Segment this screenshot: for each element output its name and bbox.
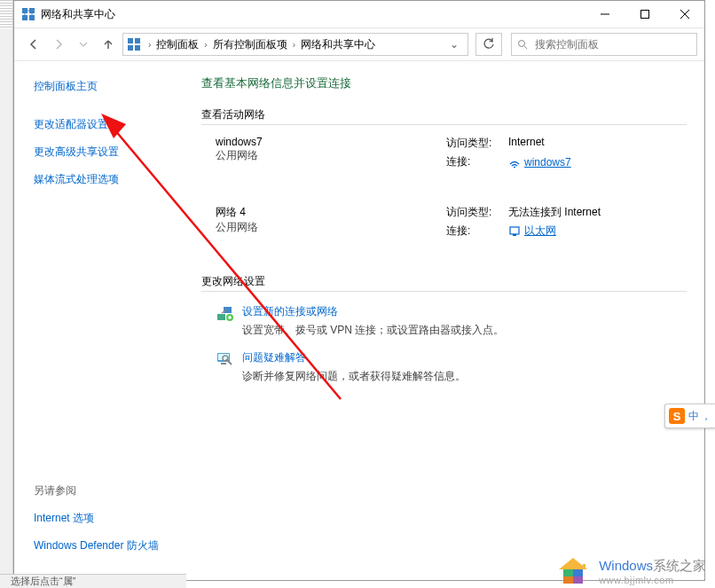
main-content: 查看基本网络信息并设置连接 查看活动网络 windows7 公用网络 访问类型:… bbox=[187, 61, 704, 582]
access-type-label: 访问类型: bbox=[446, 205, 508, 220]
sidebar-see-also: 另请参阅 Internet 选项 Windows Defender 防火墙 bbox=[34, 483, 159, 566]
chevron-right-icon: › bbox=[289, 40, 299, 50]
network-name: 网络 4 bbox=[216, 205, 446, 220]
connection-link[interactable]: 以太网 bbox=[508, 223, 556, 239]
breadcrumb-segment[interactable]: 网络和共享中心 bbox=[299, 37, 377, 52]
network-center-icon bbox=[21, 7, 35, 21]
svg-point-15 bbox=[519, 41, 525, 47]
control-panel-window: 网络和共享中心 › 控制面板 › 所有控制面板项 › 网络和共享中心 ⌄ bbox=[13, 0, 705, 581]
svg-rect-12 bbox=[135, 38, 140, 43]
sidebar: 控制面板主页 更改适配器设置 更改高级共享设置 媒体流式处理选项 另请参阅 In… bbox=[14, 61, 187, 582]
access-type-label: 访问类型: bbox=[446, 136, 508, 151]
watermark: Windows系统之家 www.bjjmlv.com bbox=[556, 556, 706, 586]
network-info-right: 访问类型: Internet 连接: windows7 bbox=[446, 136, 571, 173]
access-type-value: 无法连接到 Internet bbox=[508, 205, 601, 220]
ime-mode-text: 中 bbox=[688, 409, 699, 424]
network-name: windows7 bbox=[216, 136, 446, 148]
page-title: 查看基本网络信息并设置连接 bbox=[201, 75, 687, 91]
see-also-internet-options[interactable]: Internet 选项 bbox=[34, 511, 159, 526]
sidebar-link-media-streaming[interactable]: 媒体流式处理选项 bbox=[34, 172, 187, 187]
network-info-right: 访问类型: 无法连接到 Internet 连接: 以太网 bbox=[446, 205, 601, 242]
sidebar-top: 控制面板主页 更改适配器设置 更改高级共享设置 媒体流式处理选项 bbox=[34, 79, 187, 187]
svg-rect-1 bbox=[29, 8, 35, 13]
see-also-defender-firewall[interactable]: Windows Defender 防火墙 bbox=[34, 538, 159, 553]
svg-rect-14 bbox=[135, 45, 140, 51]
refresh-button[interactable] bbox=[475, 33, 502, 56]
troubleshoot-icon bbox=[216, 350, 233, 368]
svg-rect-25 bbox=[221, 363, 226, 365]
back-button[interactable] bbox=[23, 34, 44, 55]
network-info-left: windows7 公用网络 bbox=[216, 136, 446, 173]
settings-item-desc: 诊断并修复网络问题，或者获得疑难解答信息。 bbox=[242, 369, 466, 384]
house-logo-icon bbox=[556, 556, 590, 586]
chevron-right-icon: › bbox=[145, 40, 154, 50]
network-center-icon bbox=[127, 37, 141, 51]
network-type: 公用网络 bbox=[216, 148, 446, 163]
ime-comma-icon: ， bbox=[701, 409, 711, 424]
ime-indicator[interactable]: S 中 ， bbox=[664, 404, 715, 428]
svg-rect-34 bbox=[573, 576, 583, 584]
sidebar-link-adapter-settings[interactable]: 更改适配器设置 bbox=[34, 117, 187, 132]
window-body: 控制面板主页 更改适配器设置 更改高级共享设置 媒体流式处理选项 另请参阅 In… bbox=[14, 61, 704, 582]
svg-rect-18 bbox=[510, 227, 519, 234]
svg-rect-13 bbox=[128, 45, 133, 51]
settings-item-troubleshoot: 问题疑难解答 诊断并修复网络问题，或者获得疑难解答信息。 bbox=[216, 350, 687, 384]
svg-rect-35 bbox=[583, 564, 585, 569]
connection-name: windows7 bbox=[524, 156, 571, 169]
ruler-grip bbox=[0, 0, 12, 28]
settings-item-new-connection: 设置新的连接或网络 设置宽带、拨号或 VPN 连接；或设置路由器或接入点。 bbox=[216, 304, 687, 338]
svg-point-17 bbox=[514, 166, 515, 168]
forward-button[interactable] bbox=[48, 34, 69, 55]
svg-rect-21 bbox=[224, 307, 232, 313]
network-type: 公用网络 bbox=[216, 220, 446, 235]
titlebar: 网络和共享中心 bbox=[14, 1, 704, 28]
close-button[interactable] bbox=[664, 1, 704, 27]
breadcrumb-segment[interactable]: 控制面板 bbox=[154, 37, 200, 52]
svg-rect-0 bbox=[22, 8, 28, 13]
control-panel-home-link[interactable]: 控制面板主页 bbox=[34, 79, 187, 94]
svg-rect-2 bbox=[22, 15, 28, 20]
connection-label: 连接: bbox=[446, 154, 508, 169]
svg-rect-8 bbox=[640, 11, 648, 19]
settings-item-title[interactable]: 问题疑难解答 bbox=[242, 350, 466, 365]
svg-rect-31 bbox=[563, 569, 573, 576]
svg-rect-19 bbox=[513, 234, 516, 236]
window-controls bbox=[585, 1, 704, 27]
window-title: 网络和共享中心 bbox=[41, 7, 115, 22]
left-ruler-edge bbox=[0, 0, 13, 588]
maximize-button[interactable] bbox=[625, 1, 664, 27]
svg-line-16 bbox=[524, 46, 527, 49]
search-field[interactable] bbox=[533, 37, 691, 51]
breadcrumb-segment[interactable]: 所有控制面板项 bbox=[211, 37, 289, 52]
watermark-url: www.bjjmlv.com bbox=[599, 575, 706, 585]
search-icon bbox=[517, 39, 528, 50]
caption-strip: 选择后点击“属” bbox=[0, 574, 186, 588]
up-button[interactable] bbox=[98, 34, 119, 55]
settings-item-title[interactable]: 设置新的连接或网络 bbox=[242, 304, 504, 319]
active-networks-label: 查看活动网络 bbox=[201, 107, 687, 125]
network-info-left: 网络 4 公用网络 bbox=[216, 205, 446, 242]
svg-rect-3 bbox=[29, 15, 35, 20]
svg-rect-11 bbox=[128, 38, 133, 43]
connection-name: 以太网 bbox=[524, 223, 556, 239]
svg-rect-32 bbox=[573, 569, 583, 576]
chevron-right-icon: › bbox=[200, 40, 210, 50]
access-type-value: Internet bbox=[508, 136, 545, 151]
settings-item-desc: 设置宽带、拨号或 VPN 连接；或设置路由器或接入点。 bbox=[242, 323, 504, 338]
search-input[interactable] bbox=[511, 33, 697, 56]
network-block: windows7 公用网络 访问类型: Internet 连接: bbox=[216, 136, 687, 173]
minimize-button[interactable] bbox=[585, 1, 625, 27]
connection-link[interactable]: windows7 bbox=[508, 154, 571, 169]
sidebar-link-advanced-sharing[interactable]: 更改高级共享设置 bbox=[34, 145, 187, 160]
new-connection-icon bbox=[216, 304, 233, 322]
breadcrumb[interactable]: › 控制面板 › 所有控制面板项 › 网络和共享中心 ⌄ bbox=[122, 33, 468, 56]
sogou-icon: S bbox=[669, 408, 685, 424]
see-also-heading: 另请参阅 bbox=[34, 483, 159, 498]
change-settings-label: 更改网络设置 bbox=[201, 274, 687, 292]
chevron-down-icon[interactable]: ⌄ bbox=[444, 38, 464, 51]
ethernet-icon bbox=[508, 225, 521, 238]
navbar: › 控制面板 › 所有控制面板项 › 网络和共享中心 ⌄ bbox=[14, 28, 704, 61]
svg-rect-20 bbox=[217, 314, 225, 320]
network-block: 网络 4 公用网络 访问类型: 无法连接到 Internet 连接: bbox=[216, 205, 687, 242]
recent-dropdown[interactable] bbox=[73, 34, 94, 55]
